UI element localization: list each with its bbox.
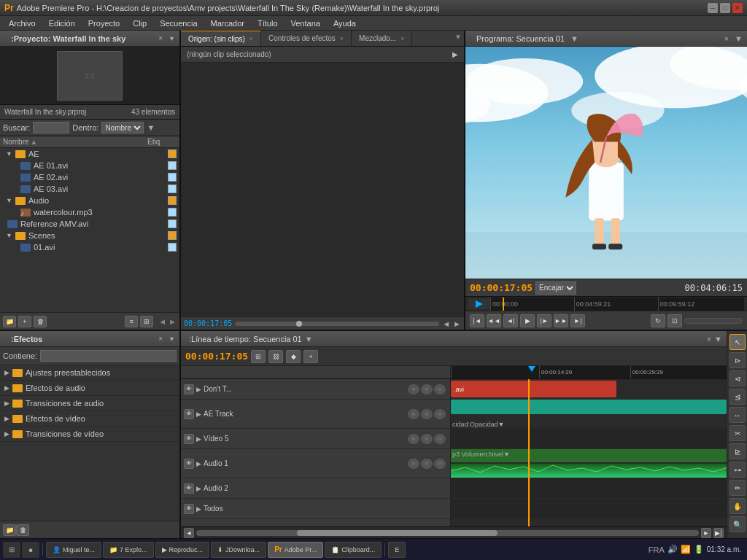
step-back-btn[interactable]: ◄| xyxy=(503,314,518,327)
delete-item-button[interactable]: 🗑 xyxy=(34,316,47,327)
category-efectos-video[interactable]: ▶ Efectos de vídeo xyxy=(0,411,179,427)
track-dont-tc1[interactable]: ○ xyxy=(408,384,419,394)
safe-btn[interactable]: ⊡ xyxy=(667,314,682,327)
start-button[interactable]: ⊞ xyxy=(3,542,20,558)
taskbar-app-explorer[interactable]: 📁 7 Explo... xyxy=(103,542,154,558)
menu-titulo[interactable]: Título xyxy=(252,18,284,29)
timeline-close-btn[interactable]: × xyxy=(707,335,711,343)
track-audio2-eye[interactable]: 👁 xyxy=(184,483,194,494)
tl-link-btn[interactable]: ⛓ xyxy=(268,350,283,363)
tool-ripple[interactable]: ⊲ xyxy=(729,370,746,386)
project-panel-close[interactable]: × xyxy=(158,34,163,42)
taskbar-app-clipboard[interactable]: 📋 Clipboard... xyxy=(325,542,382,558)
track-dont-eye[interactable]: 👁 xyxy=(184,384,194,394)
track-a1-tc2[interactable]: ○ xyxy=(421,459,433,469)
folder-audio[interactable]: ▼ Audio xyxy=(0,195,179,206)
timeline-menu-icon[interactable]: ▼ xyxy=(714,335,722,343)
step-fwd-btn[interactable]: |► xyxy=(537,314,551,327)
track-ae-tc1[interactable]: ○ xyxy=(408,409,419,419)
search-options-icon[interactable]: ▼ xyxy=(147,123,155,132)
tool-roll[interactable]: ⊴ xyxy=(729,389,746,405)
item-ae01[interactable]: AE 01.avi xyxy=(0,160,179,171)
tool-razor[interactable]: ✂ xyxy=(729,425,746,441)
list-view-button[interactable]: ≡ xyxy=(125,316,138,327)
scroll-right-icon[interactable]: ► xyxy=(169,317,177,326)
track-v5-tc2[interactable]: ○ xyxy=(421,434,433,444)
track-v5-tc3[interactable]: ○ xyxy=(434,434,446,444)
delete-effect-button[interactable]: 🗑 xyxy=(16,524,29,536)
item-01avi[interactable]: 01.avi xyxy=(0,241,179,253)
track-ae-tc2[interactable]: ○ xyxy=(421,409,433,419)
play-btn[interactable]: ▶ xyxy=(520,314,535,327)
menu-clip[interactable]: Clip xyxy=(127,18,152,29)
tl-add-track-btn[interactable]: + xyxy=(303,350,318,363)
search-input[interactable] xyxy=(33,122,69,133)
tool-hand[interactable]: ✋ xyxy=(729,498,746,514)
dentro-select[interactable]: Nombre xyxy=(101,122,144,133)
clip-ae[interactable] xyxy=(451,400,727,414)
item-watercolour[interactable]: ♪ watercolour.mp3 xyxy=(0,206,179,218)
maximize-button[interactable]: □ xyxy=(720,3,730,13)
menu-archivo[interactable]: Archivo xyxy=(3,18,42,29)
track-todos-eye[interactable]: 👁 xyxy=(184,504,194,514)
menu-proyecto[interactable]: Proyecto xyxy=(82,18,125,29)
fit-select[interactable]: Encajar xyxy=(535,281,576,295)
menu-marcador[interactable]: Marcador xyxy=(205,18,250,29)
next-frame-btn[interactable]: ►| xyxy=(570,314,585,327)
track-dont-tc2[interactable]: ○ xyxy=(421,384,433,394)
audio1-waveform[interactable] xyxy=(451,464,727,478)
tab-efectos-close[interactable]: × xyxy=(340,35,344,42)
track-a1-tc3[interactable]: ○ xyxy=(434,459,446,469)
audio1-top-clip[interactable]: p3 Volumen:Nivel▼ xyxy=(451,449,727,462)
program-ruler-area[interactable]: 00:00:00 00:04:59:21 00:09:59:12 xyxy=(490,298,744,311)
track-ae-tc3[interactable]: ○ xyxy=(434,409,446,419)
timeline-dropdown-icon[interactable]: ▼ xyxy=(305,335,313,343)
menu-ayuda[interactable]: Ayuda xyxy=(328,18,362,29)
new-bin-button[interactable]: 📁 xyxy=(3,316,16,327)
taskbar-app-premiere[interactable]: Pr Adobe Pr... xyxy=(268,542,323,558)
menu-secuencia[interactable]: Secuencia xyxy=(154,18,203,29)
program-dropdown-icon[interactable]: ▼ xyxy=(570,34,578,43)
new-item-button[interactable]: + xyxy=(18,316,31,327)
tool-slide[interactable]: ⊶ xyxy=(729,462,746,478)
track-video5-eye[interactable]: 👁 xyxy=(184,434,194,444)
icon-view-button[interactable]: ⊞ xyxy=(140,316,153,327)
taskbar-app-reproductor[interactable]: ▶ Reproduc... xyxy=(155,542,210,558)
effects-search-input[interactable] xyxy=(40,350,177,362)
folder-scenes[interactable]: ▼ Scenes xyxy=(0,230,179,241)
effects-menu-icon[interactable]: ▼ xyxy=(169,335,175,343)
tool-rate[interactable]: ↔ xyxy=(729,407,746,423)
prev-frame-btn[interactable]: |◄ xyxy=(470,314,484,327)
effects-panel-close[interactable]: × xyxy=(158,335,163,343)
program-close-btn[interactable]: × xyxy=(724,34,729,43)
menu-ventana[interactable]: Ventana xyxy=(285,18,326,29)
volume-slider[interactable] xyxy=(684,318,743,324)
tl-scroll-right[interactable]: ► xyxy=(701,528,711,538)
category-efectos-audio[interactable]: ▶ Efectos de audio xyxy=(0,381,179,396)
tl-zoom-in[interactable]: ▶| xyxy=(713,528,724,538)
item-reference[interactable]: Reference AMV.avi xyxy=(0,218,179,230)
taskbar-app-jdownloader[interactable]: ⬇ JDownloa... xyxy=(211,542,266,558)
scroll-left-icon[interactable]: ◄ xyxy=(158,317,166,326)
tool-track-select[interactable]: ⊳ xyxy=(729,352,746,368)
new-custom-bin-button[interactable]: 📁 xyxy=(3,524,16,536)
tool-select[interactable]: ↖ xyxy=(729,334,746,350)
rewind-btn[interactable]: ◄◄ xyxy=(487,314,501,327)
tab-efectos[interactable]: Controles de efectos × xyxy=(261,31,352,46)
tool-zoom[interactable]: 🔍 xyxy=(729,516,746,532)
panel-menu-btn[interactable]: ▼ xyxy=(452,31,464,46)
timeline-ruler-area[interactable]: 00:00:14:29 00:00:29:29 xyxy=(451,366,727,379)
category-transiciones-video[interactable]: ▶ Transiciones de vídeo xyxy=(0,427,179,442)
origin-scrubber[interactable] xyxy=(235,322,439,326)
track-a1-tc1[interactable]: ○ xyxy=(408,459,419,469)
panel-menu-icon[interactable]: ▼ xyxy=(169,35,175,42)
tab-mezclador[interactable]: Mezclado... × xyxy=(352,31,412,46)
track-v5-tc1[interactable]: ○ xyxy=(408,434,419,444)
taskbar-chrome-icon[interactable]: ● xyxy=(22,542,39,558)
folder-ae[interactable]: ▼ AE xyxy=(0,148,179,160)
timeline-scrollbar[interactable] xyxy=(196,530,699,536)
item-ae03[interactable]: AE 03.avi xyxy=(0,183,179,195)
ffwd-btn[interactable]: ►► xyxy=(554,314,568,327)
menu-edicion[interactable]: Edición xyxy=(43,18,81,29)
loop-btn[interactable]: ↻ xyxy=(651,314,665,327)
